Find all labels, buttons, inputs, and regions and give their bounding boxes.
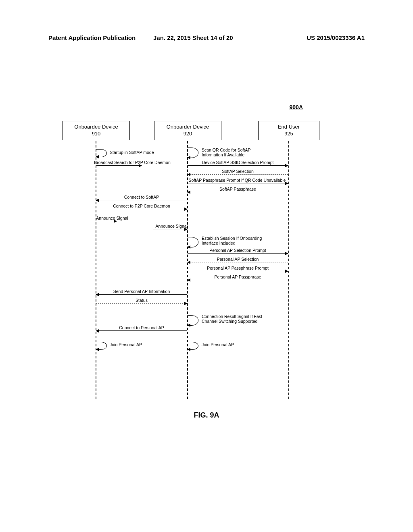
msg-announce1: Announce Signal	[92, 216, 132, 221]
sequence-diagram: Onboardee Device 910 Onboarder Device 92…	[52, 121, 355, 403]
msg-scan-qr: Scan QR Code for SoftAP Information If A…	[202, 148, 262, 157]
figure-label: FIG. 9A	[0, 411, 413, 420]
msg-status: Status	[96, 298, 187, 303]
selfmsg-icon	[188, 342, 198, 350]
arrow-icon	[188, 165, 288, 166]
arrow-icon	[153, 229, 187, 229]
msg-conn-daemon: Connect to P2P Core Daemon	[96, 204, 187, 209]
arrow-icon	[96, 303, 187, 303]
selfmsg-icon	[96, 149, 107, 157]
msg-pap-pass-prompt: Personal AP Passphrase Prompt	[188, 266, 288, 271]
msg-conn-softap: Connect to SoftAP	[96, 195, 187, 200]
arrow-icon	[188, 280, 288, 280]
msg-broadcast: Broadcast Search for P2P Core Daemon	[92, 160, 173, 165]
msg-announce2: Announce Signal	[151, 224, 188, 229]
participant-num: 910	[63, 131, 129, 137]
arrow-icon	[188, 262, 288, 262]
msg-establish: Establish Session If Onboarding Interfac…	[202, 236, 270, 245]
figure-reference: 900A	[290, 104, 303, 110]
msg-pass-prompt: SoftAP Passphrase Prompt If QR Code Unav…	[183, 178, 292, 183]
msg-softap-pass: SoftAP Passphrase	[188, 187, 288, 192]
participant-num: 925	[259, 131, 319, 137]
participant-onboardee: Onboardee Device 910	[63, 121, 130, 140]
page: Patent Application Publication Jan. 22, …	[0, 0, 413, 532]
selfmsg-icon	[188, 315, 198, 326]
arrow-icon	[96, 330, 187, 331]
participant-num: 920	[154, 131, 221, 137]
msg-join-pap1: Join Personal AP	[110, 343, 158, 347]
arrow-icon	[188, 271, 288, 271]
msg-conn-result: Connection Result Signal If Fast Channel…	[202, 314, 274, 324]
arrow-icon	[188, 174, 288, 175]
arrow-icon	[96, 165, 142, 166]
participant-name: Onboarder Device	[154, 124, 221, 130]
participant-name: Onboardee Device	[63, 124, 129, 130]
msg-pap-sel: Personal AP Selection	[188, 257, 288, 262]
msg-send-pap: Send Personal AP Information	[96, 289, 187, 294]
msg-pap-prompt: Personal AP Selection Prompt	[188, 248, 288, 253]
msg-softap-sel: SoftAP Selection	[188, 169, 288, 174]
msg-join-pap2: Join Personal AP	[202, 343, 250, 347]
selfmsg-icon	[188, 148, 198, 158]
msg-pap-pass: Personal AP Passphrase	[188, 275, 288, 280]
msg-ssid-prompt: Device SoftAP SSID Selection Prompt	[188, 160, 288, 165]
msg-startup: Startup in SoftAP mode	[110, 150, 166, 155]
participant-onboarder: Onboarder Device 920	[154, 121, 221, 140]
arrow-icon	[96, 200, 187, 200]
arrow-icon	[188, 253, 288, 254]
selfmsg-icon	[96, 342, 107, 350]
header-pubnum: US 2015/0023336 A1	[307, 34, 365, 41]
arrow-icon	[188, 192, 288, 192]
header-date-sheet: Jan. 22, 2015 Sheet 14 of 20	[153, 34, 233, 41]
arrow-icon	[96, 294, 187, 295]
arrow-icon	[188, 183, 288, 183]
participant-name: End User	[259, 124, 319, 130]
selfmsg-icon	[188, 237, 198, 247]
header-publication: Patent Application Publication	[48, 34, 136, 41]
participant-enduser: End User 925	[258, 121, 319, 140]
arrow-icon	[96, 221, 117, 221]
lifeline-onboardee	[96, 141, 96, 399]
arrow-icon	[96, 209, 187, 209]
msg-conn-pap: Connect to Personal AP	[96, 326, 187, 330]
